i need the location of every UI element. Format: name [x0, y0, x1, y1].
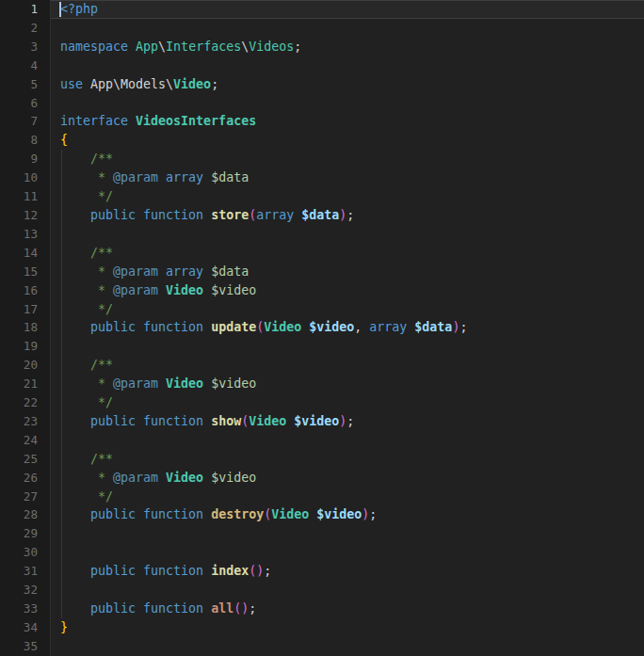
code-line-content[interactable] — [51, 94, 644, 113]
line-number[interactable]: 8 — [0, 131, 51, 150]
line-number[interactable]: 27 — [0, 488, 51, 506]
code-line[interactable]: 25 /** — [0, 450, 644, 469]
code-line[interactable]: 8{ — [0, 131, 644, 150]
line-number[interactable]: 17 — [0, 300, 51, 319]
line-number[interactable]: 10 — [0, 168, 51, 187]
code-line[interactable]: 32 — [0, 581, 644, 600]
code-line-content[interactable]: * @param Video $video — [51, 281, 644, 300]
code-line-content[interactable]: * @param Video $video — [51, 375, 644, 393]
line-number[interactable]: 9 — [0, 150, 51, 168]
code-line-content[interactable] — [51, 524, 644, 543]
code-line[interactable]: 13 — [0, 225, 644, 244]
code-line[interactable]: 11 */ — [0, 187, 644, 206]
code-line[interactable]: 17 */ — [0, 300, 644, 319]
code-line[interactable]: 29 — [0, 524, 644, 543]
code-line-content[interactable]: public function destroy(Video $video); — [51, 505, 644, 524]
line-number[interactable]: 34 — [0, 618, 51, 637]
line-number[interactable]: 4 — [0, 56, 51, 75]
line-number[interactable]: 25 — [0, 450, 51, 469]
code-line[interactable]: 35 — [0, 637, 644, 656]
line-number[interactable]: 20 — [0, 356, 51, 375]
code-line[interactable]: 20 /** — [0, 356, 644, 375]
code-editor[interactable]: 1<?php23namespace App\Interfaces\Videos;… — [0, 0, 644, 656]
code-line[interactable]: 31 public function index(); — [0, 562, 644, 581]
code-line[interactable]: 10 * @param array $data — [0, 168, 644, 187]
line-number[interactable]: 12 — [0, 206, 51, 225]
line-number[interactable]: 13 — [0, 225, 51, 244]
code-line-content[interactable]: <?php — [51, 0, 644, 19]
code-line-content[interactable] — [51, 337, 644, 356]
line-number[interactable]: 32 — [0, 581, 51, 600]
code-line[interactable]: 14 /** — [0, 244, 644, 263]
line-number[interactable]: 28 — [0, 505, 51, 524]
code-line-content[interactable]: */ — [51, 300, 644, 319]
code-line[interactable]: 12 public function store(array $data); — [0, 206, 644, 225]
code-line-content[interactable]: public function all(); — [51, 600, 644, 618]
code-line-content[interactable]: /** — [51, 356, 644, 375]
code-line-content[interactable]: public function index(); — [51, 562, 644, 581]
code-line-content[interactable] — [51, 637, 644, 656]
code-line-content[interactable]: * @param array $data — [51, 263, 644, 281]
code-line-content[interactable]: */ — [51, 393, 644, 412]
code-line[interactable]: 26 * @param Video $video — [0, 469, 644, 488]
code-line[interactable]: 6 — [0, 94, 644, 113]
code-line-content[interactable]: * @param Video $video — [51, 469, 644, 488]
code-line[interactable]: 24 — [0, 431, 644, 450]
line-number[interactable]: 33 — [0, 600, 51, 618]
line-number[interactable]: 11 — [0, 187, 51, 206]
code-line-content[interactable]: } — [51, 618, 644, 637]
line-number[interactable]: 31 — [0, 562, 51, 581]
line-number[interactable]: 22 — [0, 393, 51, 412]
code-line-content[interactable]: interface VideosInterfaces — [51, 112, 644, 131]
code-line-content[interactable] — [51, 431, 644, 450]
line-number[interactable]: 23 — [0, 412, 51, 431]
line-number[interactable]: 18 — [0, 318, 51, 337]
code-line-content[interactable]: public function store(array $data); — [51, 206, 644, 225]
code-line-content[interactable]: */ — [51, 187, 644, 206]
code-line-content[interactable]: { — [51, 131, 644, 150]
code-line[interactable]: 30 — [0, 543, 644, 562]
code-line[interactable]: 22 */ — [0, 393, 644, 412]
code-line-content[interactable]: * @param array $data — [51, 168, 644, 187]
line-number[interactable]: 24 — [0, 431, 51, 450]
code-line[interactable]: 16 * @param Video $video — [0, 281, 644, 300]
line-number[interactable]: 7 — [0, 112, 51, 131]
code-line-content[interactable]: namespace App\Interfaces\Videos; — [51, 38, 644, 56]
code-line[interactable]: 7interface VideosInterfaces — [0, 112, 644, 131]
code-line-content[interactable]: /** — [51, 244, 644, 263]
line-number[interactable]: 15 — [0, 263, 51, 281]
code-line-content[interactable] — [51, 543, 644, 562]
code-line[interactable]: 9 /** — [0, 150, 644, 168]
code-line[interactable]: 5use App\Models\Video; — [0, 75, 644, 94]
line-number[interactable]: 30 — [0, 543, 51, 562]
code-line[interactable]: 27 */ — [0, 488, 644, 506]
line-number[interactable]: 3 — [0, 38, 51, 56]
line-number[interactable]: 26 — [0, 469, 51, 488]
code-line[interactable]: 34} — [0, 618, 644, 637]
code-line[interactable]: 21 * @param Video $video — [0, 375, 644, 393]
line-number[interactable]: 1 — [0, 0, 51, 19]
code-line-content[interactable]: public function update(Video $video, arr… — [51, 318, 644, 337]
code-line[interactable]: 4 — [0, 56, 644, 75]
line-number[interactable]: 5 — [0, 75, 51, 94]
code-line-content[interactable] — [51, 56, 644, 75]
line-number[interactable]: 19 — [0, 337, 51, 356]
code-line-content[interactable]: public function show(Video $video); — [51, 412, 644, 431]
code-line-content[interactable]: use App\Models\Video; — [51, 75, 644, 94]
code-line-content[interactable]: /** — [51, 450, 644, 469]
code-line[interactable]: 18 public function update(Video $video, … — [0, 318, 644, 337]
code-line[interactable]: 1<?php — [0, 0, 644, 19]
line-number[interactable]: 6 — [0, 94, 51, 113]
line-number[interactable]: 35 — [0, 637, 51, 656]
code-line-content[interactable] — [51, 225, 644, 244]
code-line-content[interactable] — [51, 581, 644, 600]
code-line-content[interactable] — [51, 19, 644, 38]
code-line-content[interactable]: */ — [51, 488, 644, 506]
code-line[interactable]: 28 public function destroy(Video $video)… — [0, 505, 644, 524]
code-line[interactable]: 3namespace App\Interfaces\Videos; — [0, 38, 644, 56]
code-line[interactable]: 2 — [0, 19, 644, 38]
code-line[interactable]: 33 public function all(); — [0, 600, 644, 618]
line-number[interactable]: 29 — [0, 524, 51, 543]
line-number[interactable]: 21 — [0, 375, 51, 393]
line-number[interactable]: 14 — [0, 244, 51, 263]
